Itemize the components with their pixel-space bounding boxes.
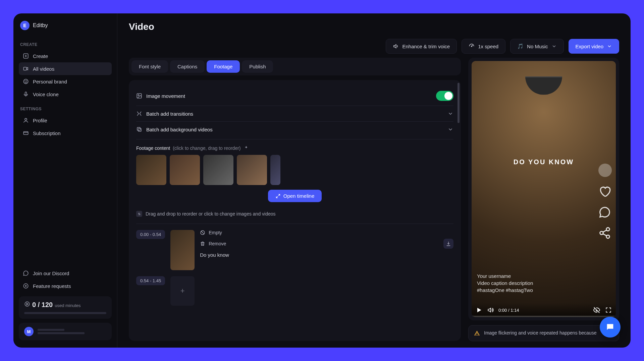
button-label: Export video [576, 44, 603, 49]
footage-thumb[interactable] [203, 155, 233, 185]
reorder-hint: ⇅ Drag and drop to reorder or click to c… [136, 208, 453, 224]
progress-bar[interactable] [472, 316, 616, 317]
svg-rect-5 [25, 92, 27, 95]
main-header: Video [117, 13, 631, 39]
nav-label: Profile [33, 118, 47, 123]
speed-button[interactable]: 1x speed [462, 39, 505, 54]
footage-hint: (click to change, drag to reorder) [173, 145, 240, 151]
nav-create[interactable]: Create [19, 50, 112, 62]
row-batch-bg[interactable]: Batch add background videos [136, 122, 453, 137]
nav-personal-brand[interactable]: Personal brand [19, 75, 112, 88]
tab-font-style[interactable]: Font style [131, 60, 168, 73]
play-icon[interactable] [476, 307, 482, 313]
button-label: Enhance & trim voice [402, 44, 450, 49]
music-button[interactable]: 🎵 No Music [510, 39, 564, 54]
chevron-down-icon [447, 126, 453, 132]
nav-all-videos[interactable]: All videos [19, 62, 112, 75]
segment-empty[interactable]: Empty [200, 230, 453, 235]
tab-footage[interactable]: Footage [207, 60, 240, 73]
nav-label: All videos [33, 66, 54, 72]
preview-card: DO YOU KNOW Your username Video caption … [468, 58, 619, 320]
chat-bubble-icon [605, 322, 615, 332]
volume-icon[interactable] [487, 307, 494, 313]
ban-icon [200, 230, 205, 235]
footage-panel: Image movement Batch add transitions [129, 80, 461, 341]
image-movement-toggle[interactable] [436, 91, 453, 101]
footage-thumb[interactable] [237, 155, 267, 185]
footage-thumbnails [136, 155, 453, 185]
download-button[interactable] [443, 239, 453, 249]
svg-point-3 [25, 81, 25, 81]
export-video-button[interactable]: Export video [569, 39, 619, 54]
open-timeline-button[interactable]: Open timeline [268, 190, 322, 202]
enhance-voice-button[interactable]: Enhance & trim voice [386, 39, 457, 54]
row-label: Batch add transitions [146, 111, 193, 117]
svg-rect-7 [23, 132, 28, 135]
footage-header: Footage content (click to change, drag t… [136, 145, 453, 151]
tab-publish[interactable]: Publish [242, 60, 273, 73]
card-icon [23, 130, 29, 136]
segment-time: 0.54 - 1.45 [136, 276, 165, 285]
fullscreen-icon[interactable] [605, 307, 612, 313]
svg-point-12 [138, 95, 139, 96]
nav-subscription[interactable]: Subscription [19, 127, 112, 139]
section-settings-label: SETTINGS [20, 107, 112, 111]
share-icon [598, 227, 611, 239]
segment-remove[interactable]: Remove [200, 239, 453, 249]
tab-captions[interactable]: Captions [170, 60, 205, 73]
overlay-icons [598, 164, 612, 239]
button-label: 1x speed [478, 44, 498, 49]
chat-fab[interactable] [600, 317, 621, 338]
eye-off-icon[interactable] [593, 306, 600, 314]
toolbar: Enhance & trim voice 1x speed 🎵 No Music… [117, 39, 631, 58]
chevron-down-icon [551, 44, 557, 49]
svg-point-18 [606, 235, 610, 238]
segment-time: 0.00 - 0.54 [136, 230, 165, 239]
nav-voice-clone[interactable]: Voice clone [19, 88, 112, 101]
plus-icon: + [180, 287, 185, 295]
footage-thumb[interactable] [270, 155, 280, 185]
nav-feature-requests[interactable]: Feature requests [19, 280, 112, 292]
chevron-down-icon [447, 111, 453, 117]
notice-text: Image flickering and voice repeated happ… [484, 330, 596, 336]
layers-icon [136, 126, 142, 132]
notice-card: Image flickering and voice repeated happ… [468, 325, 619, 341]
video-preview[interactable]: DO YOU KNOW Your username Video caption … [472, 61, 616, 317]
gauge-icon [469, 43, 475, 49]
nav-label: Join our Discord [33, 270, 69, 276]
overlay-text: Your username Video caption description … [477, 273, 533, 294]
nav-label: Subscription [33, 130, 61, 136]
footage-thumb[interactable] [170, 155, 200, 185]
nav-profile[interactable]: Profile [19, 114, 112, 127]
download-icon [446, 241, 451, 246]
row-image-movement: Image movement [136, 86, 453, 106]
footage-title: Footage content [136, 145, 170, 151]
segment-thumb[interactable] [170, 230, 195, 270]
segment-row: 0.00 - 0.54 Empty Remove [136, 230, 453, 270]
video-icon [23, 66, 29, 72]
row-label: Batch add background videos [146, 127, 213, 132]
hint-text: Drag and drop to reorder or click to cha… [146, 211, 276, 217]
svg-point-6 [25, 118, 27, 120]
section-create-label: CREATE [20, 42, 112, 47]
chevron-down-icon [607, 44, 612, 49]
trash-icon [200, 241, 205, 246]
segment-add-button[interactable]: + [170, 276, 195, 306]
usage-count: 0 / 120 [32, 301, 53, 309]
right-panel: DO YOU KNOW Your username Video caption … [468, 58, 619, 341]
overlay-hashtags: #hastagOne #hastagTwo [477, 287, 533, 294]
heart-icon [598, 185, 611, 198]
user-card[interactable]: M [19, 323, 112, 340]
usage-card: 0 / 120 used minutes [19, 296, 112, 319]
svg-point-2 [23, 79, 28, 84]
mic-icon [23, 91, 29, 97]
user-placeholder [38, 329, 85, 334]
row-batch-transitions[interactable]: Batch add transitions [136, 106, 453, 122]
svg-rect-1 [23, 67, 26, 70]
page-title: Video [129, 21, 619, 32]
nav-discord[interactable]: Join our Discord [19, 267, 112, 280]
overlay-username: Your username [477, 273, 533, 280]
footage-thumb[interactable] [136, 155, 166, 185]
usage-bar [24, 312, 106, 314]
scrollbar[interactable] [458, 83, 460, 123]
